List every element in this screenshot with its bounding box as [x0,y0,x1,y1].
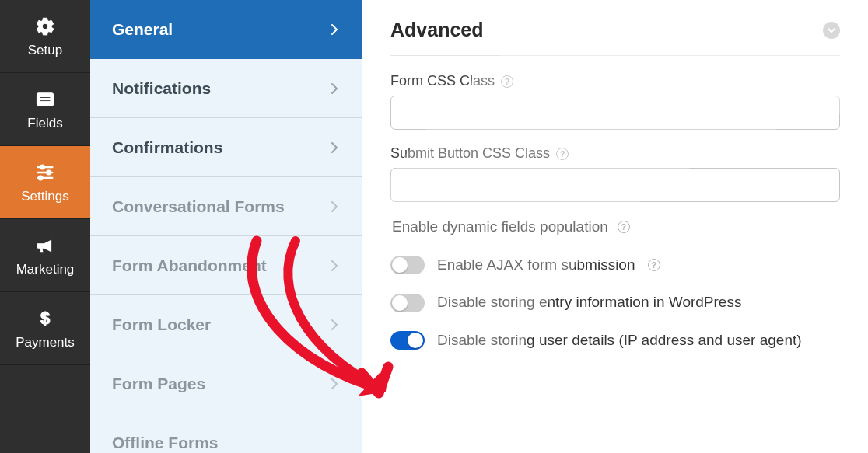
toggle-disable-user-details-label: Disable storing user details (IP address… [437,331,802,350]
toggle-disable-entry-storage[interactable] [390,294,425,312]
submenu-label: Form Pages [112,375,205,393]
toggle-dynamic-fields-label: Enable dynamic fields population [392,218,608,237]
gear-icon [33,15,57,38]
help-icon[interactable]: ? [618,221,630,233]
dollar-icon: $ [33,307,57,330]
svg-point-6 [47,170,51,174]
toggle-disable-entry-storage-label: Disable storing entry information in Wor… [437,293,741,312]
submenu-item-confirmations[interactable]: Confirmations [90,118,362,177]
svg-rect-1 [40,96,51,98]
form-css-class-input[interactable] [390,96,840,130]
bullhorn-icon [33,234,57,257]
chevron-right-icon [329,20,340,39]
submenu-label: Offline Forms [112,434,219,452]
submenu-label: Form Locker [112,315,211,334]
section-title: Advanced [390,19,483,41]
submenu-item-form-pages[interactable]: Form Pages [90,354,362,413]
submenu-item-offline-forms[interactable]: Offline Forms [90,413,362,453]
submenu-label: Notifications [112,79,211,98]
rail-label: Fields [27,116,62,131]
rail-item-settings[interactable]: Settings [0,146,90,219]
chevron-down-icon [827,26,836,35]
help-icon[interactable]: ? [556,148,569,160]
settings-panel: Advanced Form CSS Class ? Submit Button … [362,0,868,453]
submenu-item-form-locker[interactable]: Form Locker [90,295,362,354]
submenu-label: Conversational Forms [112,197,285,216]
submenu-item-general[interactable]: General [90,0,362,59]
submenu-label: General [112,20,173,39]
primary-rail: Setup Fields Settings Marketing [0,0,90,453]
collapse-button[interactable] [823,22,840,39]
rail-label: Marketing [16,262,75,277]
submenu-label: Confirmations [112,138,222,157]
svg-point-4 [40,165,44,169]
chevron-right-icon [329,375,340,393]
chevron-right-icon [329,138,340,157]
help-icon[interactable]: ? [501,75,513,88]
settings-submenu: General Notifications Confirmations Conv… [90,0,362,453]
svg-rect-2 [40,99,51,101]
rail-label: Settings [21,189,68,204]
rail-label: Payments [16,335,75,350]
toggle-ajax-submission[interactable] [390,256,425,274]
rail-item-marketing[interactable]: Marketing [0,219,90,292]
chevron-right-icon [329,315,340,334]
submenu-item-form-abandonment[interactable]: Form Abandonment [90,236,362,295]
list-icon [33,88,57,111]
toggle-disable-user-details[interactable] [390,331,425,350]
submenu-item-conversational-forms[interactable]: Conversational Forms [90,177,362,236]
submit-css-class-input[interactable] [390,168,840,202]
svg-point-8 [39,176,43,179]
rail-label: Setup [28,43,62,58]
svg-text:$: $ [40,309,50,328]
rail-item-fields[interactable]: Fields [0,73,90,146]
rail-item-payments[interactable]: $ Payments [0,292,90,365]
form-css-class-label: Form CSS Class [390,73,495,89]
submenu-item-notifications[interactable]: Notifications [90,59,362,118]
chevron-right-icon [329,256,340,275]
submenu-label: Form Abandonment [112,256,267,275]
toggle-ajax-submission-label: Enable AJAX form submission [437,256,635,275]
help-icon[interactable]: ? [648,259,660,271]
sliders-icon [33,161,57,184]
chevron-right-icon [329,79,340,98]
chevron-right-icon [329,197,340,216]
rail-item-setup[interactable]: Setup [0,0,90,73]
submit-css-class-label: Submit Button CSS Class [390,145,550,162]
